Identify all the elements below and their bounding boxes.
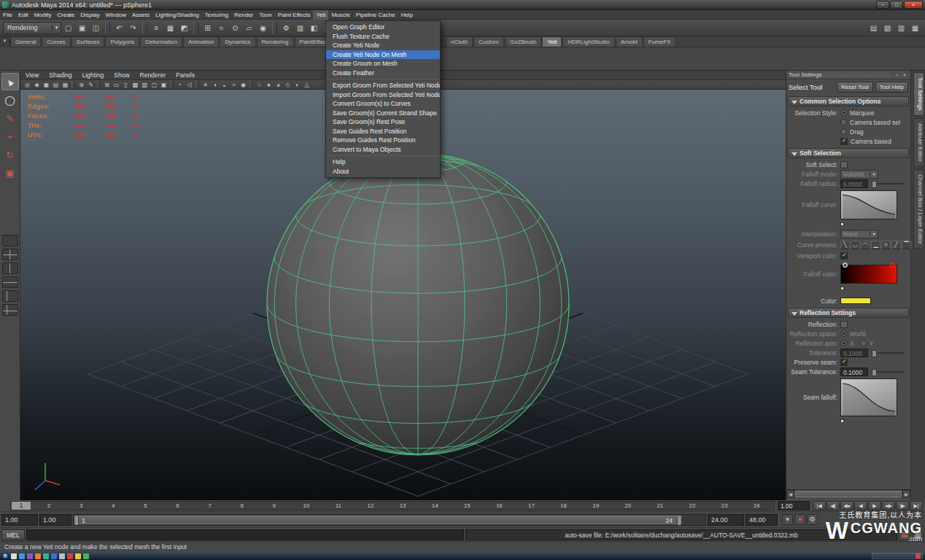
timeline-tick[interactable]: 22 bbox=[676, 502, 708, 510]
scrollbar-thumb[interactable] bbox=[795, 491, 902, 497]
timeline-tick[interactable]: 9 bbox=[258, 502, 290, 510]
ramp-control-point[interactable] bbox=[843, 262, 848, 268]
play-forwards-button[interactable]: ▶ bbox=[868, 501, 881, 510]
minimize-button[interactable]: − bbox=[876, 1, 889, 9]
menu-paint-effects[interactable]: Paint Effects bbox=[275, 10, 314, 20]
timeline-tick[interactable]: 21 bbox=[644, 502, 676, 510]
camera-based-checkbox[interactable] bbox=[840, 138, 848, 145]
falloff-mode-dropdown[interactable]: Volume ▾ bbox=[840, 170, 878, 179]
timeline-tick[interactable]: 11 bbox=[322, 502, 355, 510]
scroll-left-icon[interactable]: ◀ bbox=[786, 490, 794, 498]
wireframe-mode-icon[interactable]: ○ bbox=[255, 81, 264, 89]
seam-falloff-widget[interactable] bbox=[840, 378, 897, 416]
timeline-tick[interactable]: 10 bbox=[290, 502, 322, 510]
shadows-icon[interactable]: ◑ bbox=[210, 81, 220, 89]
shelf-tab-custom[interactable]: Custom bbox=[473, 36, 504, 47]
playback-end-field[interactable]: 24.00 bbox=[708, 514, 744, 526]
preset-smooth-out[interactable]: ◠ bbox=[861, 241, 870, 249]
menu-item-convert-groom-s-to-curves[interactable]: Convert Groom(s) to Curves bbox=[326, 99, 440, 109]
timeline-tick[interactable]: 2 bbox=[33, 502, 65, 510]
menu-item-save-groom-s-rest-pose[interactable]: Save Groom(s) Rest Pose bbox=[326, 117, 440, 127]
timeline-tick[interactable]: 16 bbox=[483, 502, 515, 510]
menu-create[interactable]: Create bbox=[54, 10, 77, 20]
axis-x-radio[interactable] bbox=[840, 340, 847, 346]
axis-y-radio[interactable] bbox=[860, 340, 867, 346]
menu-item-open-graph-editor[interactable]: Open Graph Editor bbox=[326, 23, 440, 32]
tool-settings-toggle-icon[interactable]: ▧ bbox=[881, 22, 894, 34]
preset-wave[interactable]: ≈ bbox=[881, 241, 891, 249]
viewport-menu-lighting[interactable]: Lighting bbox=[77, 71, 109, 79]
drag-radio[interactable] bbox=[840, 128, 847, 135]
viewport-menu-shading[interactable]: Shading bbox=[44, 71, 77, 79]
timeline-tick[interactable]: 18 bbox=[548, 502, 580, 510]
taskbar-app-icon[interactable] bbox=[83, 553, 89, 559]
float-panel-icon[interactable]: ▫ bbox=[894, 72, 901, 77]
timeline-tick[interactable]: 19 bbox=[580, 502, 612, 510]
timeline-tick[interactable]: 17 bbox=[515, 502, 547, 510]
film-gate-icon[interactable]: ▭ bbox=[112, 81, 121, 89]
construction-history-icon[interactable]: ⚙ bbox=[280, 22, 293, 34]
menu-set-selector[interactable]: Rendering ▾ bbox=[3, 22, 61, 34]
current-frame-indicator[interactable]: 1 bbox=[12, 502, 31, 510]
script-editor-icon[interactable]: ▤ bbox=[899, 529, 910, 540]
viewport-menu-panels[interactable]: Panels bbox=[171, 71, 200, 79]
taskbar-app-icon[interactable] bbox=[75, 553, 81, 559]
shelf-tab-ncloth[interactable]: nCloth bbox=[446, 36, 473, 47]
shaded-mode-icon[interactable]: ● bbox=[264, 81, 274, 89]
reflection-space-world-radio[interactable] bbox=[840, 330, 847, 337]
taskbar-app-icon[interactable] bbox=[67, 553, 73, 559]
menu-item-flush-texture-cache[interactable]: Flush Texture Cache bbox=[326, 32, 440, 42]
go-to-end-button[interactable]: ▶| bbox=[910, 501, 923, 510]
preset-flat-low[interactable]: ▁ bbox=[871, 241, 881, 249]
shelf-tab-arnold[interactable]: Arnold bbox=[616, 36, 643, 47]
taskbar-app-icon[interactable] bbox=[11, 553, 17, 559]
layout-outliner-persp[interactable] bbox=[2, 290, 18, 302]
preset-linear-up[interactable]: ╱ bbox=[891, 241, 901, 249]
viewport-menu-show[interactable]: Show bbox=[109, 71, 134, 79]
timeline-tick[interactable]: 15 bbox=[451, 502, 483, 510]
camera-based-sel-radio[interactable] bbox=[840, 119, 847, 125]
shelf-tab-rendering[interactable]: Rendering bbox=[257, 36, 294, 47]
audio-toggle-icon[interactable]: ◁ bbox=[185, 81, 194, 89]
preset-smooth-in[interactable]: ◡ bbox=[851, 241, 860, 249]
shelf-tab-dynamics[interactable]: Dynamics bbox=[220, 36, 255, 47]
tool-help-button[interactable]: Tool Help bbox=[875, 82, 908, 93]
timeline-tick[interactable]: 3 bbox=[65, 502, 97, 510]
mel-language-button[interactable]: MEL bbox=[1, 529, 25, 540]
viewport-menu-view[interactable]: View bbox=[20, 71, 44, 79]
channel-box-toggle-icon[interactable]: ▥ bbox=[895, 22, 907, 34]
camera-lock-icon[interactable]: ◈ bbox=[32, 81, 42, 89]
command-input[interactable] bbox=[26, 529, 464, 540]
character-set-menu-icon[interactable]: ▾ bbox=[782, 514, 793, 525]
panel-drag-handle[interactable] bbox=[825, 73, 891, 77]
shelf-tab-fumefx[interactable]: FumeFX bbox=[643, 36, 676, 47]
shelf-tab-yeti[interactable]: Yeti bbox=[542, 36, 562, 47]
scale-tool[interactable]: ▣ bbox=[1, 164, 19, 182]
menu-window[interactable]: Window bbox=[103, 10, 129, 20]
grease-pencil-icon[interactable]: ✎ bbox=[86, 81, 96, 89]
timeline-tick[interactable]: 6 bbox=[161, 502, 193, 510]
tool-settings-titlebar[interactable]: Tool Settings ▫ × bbox=[786, 71, 910, 79]
menu-item-create-feather[interactable]: Create Feather bbox=[326, 69, 440, 78]
new-scene-icon[interactable]: ▢ bbox=[62, 22, 74, 34]
reset-tool-button[interactable]: Reset Tool bbox=[837, 82, 873, 93]
step-forward-frame-button[interactable]: |▶ bbox=[896, 501, 909, 510]
lighting-all-icon[interactable]: ☀ bbox=[201, 81, 210, 89]
shelf-tab-general[interactable]: General bbox=[10, 36, 41, 47]
outliner-toggle-icon[interactable]: ▦ bbox=[909, 22, 921, 34]
maximize-button[interactable]: □ bbox=[890, 1, 903, 9]
2d-pan-zoom-icon[interactable]: ⊕ bbox=[77, 81, 86, 89]
image-plane-icon[interactable]: ▦ bbox=[61, 81, 70, 89]
make-live-icon[interactable]: ◉ bbox=[257, 22, 269, 34]
menu-muscle[interactable]: Muscle bbox=[328, 10, 352, 20]
menu-file[interactable]: File bbox=[0, 10, 15, 20]
play-backwards-button[interactable]: ◀ bbox=[854, 501, 867, 510]
taskbar-app-icon[interactable] bbox=[27, 553, 33, 559]
render-current-frame-icon[interactable]: ◧ bbox=[308, 22, 320, 34]
rotate-tool[interactable]: ↻ bbox=[1, 146, 19, 163]
time-slider-track[interactable]: 1 23456789101112131415161718192021222324 bbox=[10, 501, 775, 510]
range-handle-left[interactable] bbox=[75, 516, 79, 525]
range-handle-right[interactable] bbox=[677, 516, 681, 525]
tolerance-field[interactable]: 0.1000 bbox=[840, 349, 868, 357]
safe-action-icon[interactable]: ▢ bbox=[150, 81, 159, 89]
